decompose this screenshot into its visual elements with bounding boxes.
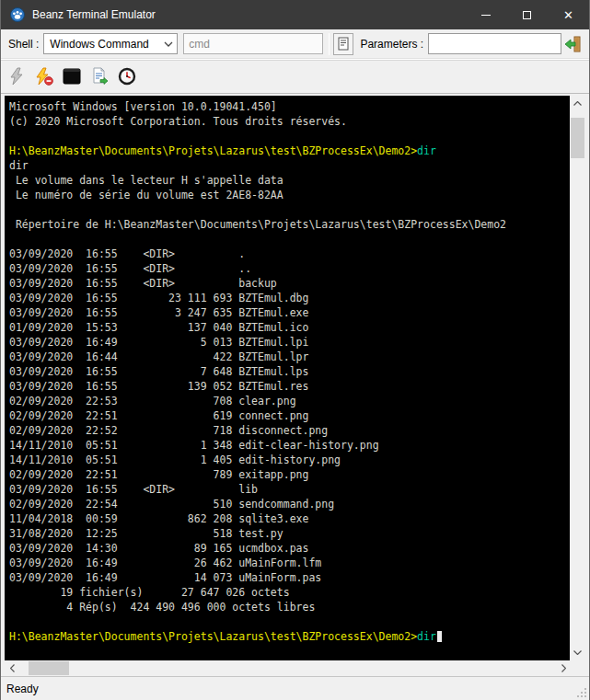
exit-app-button[interactable] bbox=[561, 32, 584, 56]
resize-grip[interactable] bbox=[576, 687, 587, 698]
actions-toolbar bbox=[1, 59, 589, 94]
shell-toolbar: Shell : Windows Command Parameters : bbox=[1, 29, 589, 59]
chevron-up-icon bbox=[573, 101, 582, 106]
clear-console-button[interactable] bbox=[60, 64, 84, 88]
terminal-line: (c) 2020 Microsoft Corporation. Tous dro… bbox=[9, 114, 572, 129]
terminal-line: 03/09/2020 14:30 89 165 ucmdbox.pas bbox=[9, 541, 572, 556]
terminal-line: H:\BeanzMaster\Documents\Projets\Lazarus… bbox=[9, 629, 572, 644]
shell-select-value: Windows Command bbox=[50, 38, 164, 51]
terminal-line: 03/09/2020 16:49 5 013 BZTEmul.lpi bbox=[9, 335, 572, 350]
vertical-scrollbar[interactable] bbox=[570, 96, 585, 660]
terminal-line: 03/09/2020 16:55 <DIR> . bbox=[9, 247, 572, 261]
status-text: Ready bbox=[6, 683, 39, 695]
terminal-line: Répertoire de H:\BeanzMaster\Documents\P… bbox=[9, 217, 572, 232]
scroll-up-button[interactable] bbox=[570, 96, 585, 111]
script-button[interactable] bbox=[333, 33, 353, 55]
close-button[interactable]: ✕ bbox=[548, 0, 589, 29]
terminal-line: 03/09/2020 16:55 139 052 BZTEmul.res bbox=[9, 379, 572, 394]
title-bar: Beanz Terminal Emulator ✕ bbox=[1, 0, 589, 29]
document-icon bbox=[337, 37, 350, 52]
terminal-line: 19 fichier(s) 27 647 026 octets bbox=[9, 585, 572, 600]
terminal-line: 4 Rép(s) 424 490 496 000 octets libres bbox=[9, 600, 572, 614]
terminal-panel: Microsoft Windows [version 10.0.19041.45… bbox=[1, 94, 589, 676]
disconnect-button[interactable] bbox=[32, 64, 56, 88]
terminal-line: Le numéro de série du volume est 2AE8-82… bbox=[9, 188, 572, 202]
history-button[interactable] bbox=[115, 64, 139, 88]
terminal-line: 03/09/2020 16:44 422 BZTEmul.lpr bbox=[9, 350, 572, 364]
terminal-line: 03/09/2020 16:55 23 111 693 BZTEmul.dbg bbox=[9, 291, 572, 305]
terminal-line: dir bbox=[9, 158, 572, 173]
scroll-right-button[interactable] bbox=[556, 660, 572, 676]
terminal-line: 03/09/2020 16:49 14 073 uMainForm.pas bbox=[9, 570, 572, 585]
clock-icon bbox=[118, 67, 136, 86]
chevron-down-icon bbox=[573, 650, 582, 655]
terminal-output[interactable]: Microsoft Windows [version 10.0.19041.45… bbox=[5, 96, 572, 660]
terminal-line bbox=[9, 129, 572, 143]
connect-button[interactable] bbox=[5, 64, 29, 88]
send-command-button[interactable] bbox=[87, 64, 111, 88]
app-window: Beanz Terminal Emulator ✕ Shell : Window… bbox=[0, 0, 590, 700]
connect-bolt-icon bbox=[7, 67, 26, 86]
chevron-down-icon bbox=[164, 41, 173, 47]
terminal-line bbox=[9, 232, 572, 247]
terminal-line bbox=[9, 614, 572, 629]
terminal-line: 02/09/2020 22:52 718 disconnect.png bbox=[9, 423, 572, 438]
parameters-label: Parameters : bbox=[360, 38, 423, 51]
terminal-line: 14/11/2010 05:51 1 348 edit-clear-histor… bbox=[9, 438, 572, 453]
terminal-line: 02/09/2020 22:51 789 exitapp.png bbox=[9, 467, 572, 482]
window-title: Beanz Terminal Emulator bbox=[32, 8, 465, 21]
disconnect-bolt-icon bbox=[34, 67, 54, 86]
terminal-line: H:\BeanzMaster\Documents\Projets\Lazarus… bbox=[9, 143, 572, 158]
paw-app-icon bbox=[10, 7, 25, 22]
terminal-line: Le volume dans le lecteur H s'appelle da… bbox=[9, 173, 572, 188]
minimize-button[interactable] bbox=[465, 0, 506, 29]
toolbar-separator bbox=[329, 33, 330, 55]
terminal-line: Microsoft Windows [version 10.0.19041.45… bbox=[9, 99, 572, 114]
scroll-left-button[interactable] bbox=[5, 660, 20, 676]
status-bar: Ready bbox=[1, 676, 589, 700]
maximize-icon bbox=[523, 11, 531, 19]
terminal-line: 03/09/2020 16:55 7 648 BZTEmul.lps bbox=[9, 364, 572, 379]
chevron-right-icon bbox=[561, 664, 566, 672]
terminal-line: 02/09/2020 22:54 510 sendcommand.png bbox=[9, 497, 572, 511]
minimize-icon bbox=[481, 15, 491, 16]
text-cursor bbox=[437, 631, 442, 642]
close-icon: ✕ bbox=[563, 9, 573, 21]
terminal-line: 03/09/2020 16:55 3 247 635 BZTEmul.exe bbox=[9, 305, 572, 320]
shell-command-input[interactable] bbox=[183, 33, 323, 54]
terminal-line: 01/09/2020 15:53 137 040 BZTEmul.ico bbox=[9, 320, 572, 335]
horizontal-scroll-thumb[interactable] bbox=[29, 661, 69, 675]
shell-select[interactable]: Windows Command bbox=[43, 33, 178, 54]
terminal-line: 03/09/2020 16:55 <DIR> backup bbox=[9, 276, 572, 291]
terminal-line: 03/09/2020 16:55 <DIR> .. bbox=[9, 261, 572, 276]
terminal-line: 14/11/2010 05:51 1 405 edit-history.png bbox=[9, 453, 572, 467]
send-script-icon bbox=[90, 67, 109, 86]
terminal-line: 02/09/2020 22:53 708 clear.png bbox=[9, 394, 572, 408]
maximize-button[interactable] bbox=[506, 0, 548, 29]
terminal-line: 03/09/2020 16:55 <DIR> lib bbox=[9, 482, 572, 497]
vertical-scroll-thumb[interactable] bbox=[571, 118, 584, 158]
chevron-left-icon bbox=[10, 664, 15, 672]
parameters-input[interactable] bbox=[428, 33, 561, 54]
terminal-line: 31/08/2020 12:25 518 test.py bbox=[9, 526, 572, 541]
scroll-down-button[interactable] bbox=[570, 645, 585, 660]
horizontal-scrollbar[interactable] bbox=[5, 660, 572, 676]
exit-door-icon bbox=[563, 35, 582, 53]
terminal-line: 02/09/2020 22:51 619 connect.png bbox=[9, 408, 572, 423]
terminal-line: 11/04/2018 00:59 862 208 sqlite3.exe bbox=[9, 511, 572, 526]
terminal-line: 03/09/2020 16:49 26 462 uMainForm.lfm bbox=[9, 556, 572, 570]
console-window-icon bbox=[63, 67, 81, 86]
shell-label: Shell : bbox=[8, 38, 39, 51]
terminal-line bbox=[9, 202, 572, 217]
